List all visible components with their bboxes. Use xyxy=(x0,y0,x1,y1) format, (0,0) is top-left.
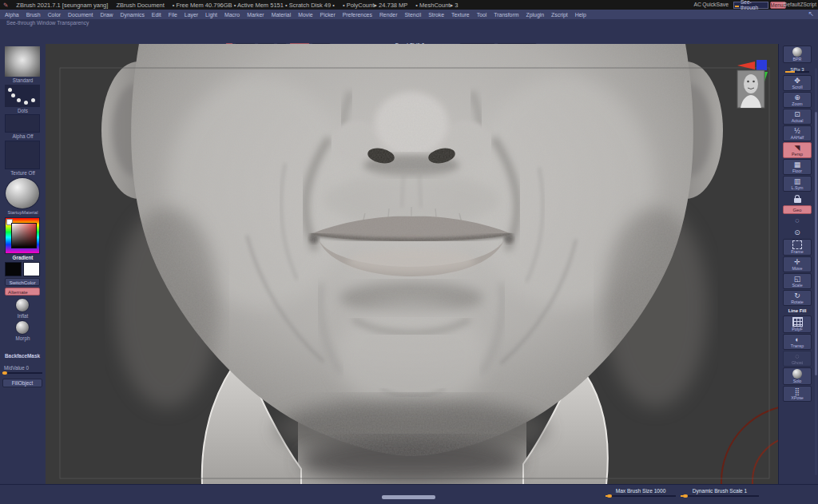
fill-object-button[interactable]: FillObject xyxy=(2,379,42,387)
menu-color[interactable]: Color xyxy=(48,12,61,18)
see-through-transparency-label: See-through Window Transparency xyxy=(6,20,89,26)
gizmo-z-square xyxy=(756,60,767,70)
rs-xpose-button[interactable]: XPose xyxy=(783,386,812,402)
menu-tool[interactable]: Tool xyxy=(477,12,487,18)
rs-aahalf-button[interactable]: AAHalf xyxy=(783,125,812,141)
canvas-h-scrollbar[interactable] xyxy=(382,495,435,499)
menu-file[interactable]: File xyxy=(169,12,177,18)
rs-actual-button[interactable]: Actual xyxy=(783,109,812,125)
current-stroke-thumbnail[interactable] xyxy=(5,85,40,107)
see-through-slider[interactable]: See-through xyxy=(733,2,768,9)
left-tray: Standard Dots Alpha Off Texture Off Star… xyxy=(0,44,46,485)
alternate-button[interactable]: Alternate xyxy=(5,288,40,296)
rs-floor-button[interactable]: Floor xyxy=(783,159,812,175)
menu-draw[interactable]: Draw xyxy=(101,12,113,18)
right-shelf: BPR SPix 3 Scroll xyxy=(778,44,818,485)
see-through-fill xyxy=(735,6,739,7)
menu-list: AlphaBrushColorDocumentDrawDynamicsEditF… xyxy=(0,12,591,18)
menu-zscript[interactable]: Zscript xyxy=(551,12,568,18)
morph-sphere[interactable] xyxy=(15,320,30,335)
texture-thumbnail[interactable] xyxy=(5,141,40,169)
menu-marker[interactable]: Marker xyxy=(247,12,264,18)
color-picker[interactable] xyxy=(5,217,40,254)
menu-material[interactable]: Material xyxy=(272,12,292,18)
app-title: ZBrush 2021.7.1 [seungnam yang] xyxy=(16,2,108,9)
brush-label: Standard xyxy=(0,77,46,83)
menu-help[interactable]: Help xyxy=(575,12,586,18)
menu-picker[interactable]: Picker xyxy=(320,12,336,18)
menu-stencil[interactable]: Stencil xyxy=(404,12,421,18)
menu-zplugin[interactable]: Zplugin xyxy=(526,12,544,18)
default-zscript-label: DefaultZScript xyxy=(784,2,816,7)
ac-button[interactable]: AC xyxy=(694,2,701,7)
polycount-stat: • PolyCount▸ 24.738 MP xyxy=(343,2,407,9)
rs-local-button[interactable] xyxy=(783,192,812,204)
alpha-thumbnail[interactable] xyxy=(5,114,40,133)
menu-layer[interactable]: Layer xyxy=(185,12,198,18)
texture-label: Texture Off xyxy=(0,170,46,176)
sculpt-viewport[interactable] xyxy=(46,44,779,485)
menu-preferences[interactable]: Preferences xyxy=(343,12,372,18)
persp-icon xyxy=(795,144,800,152)
dynamic-brush-scale-slider[interactable]: Dynamic Brush Scale 1 xyxy=(681,488,759,497)
rs-scale-button[interactable]: Scale xyxy=(783,273,812,289)
menu-movie[interactable]: Movie xyxy=(298,12,312,18)
hide-ui-arrow-icon[interactable]: ↖ xyxy=(808,10,814,18)
right-tray-scrollbar[interactable] xyxy=(815,68,817,475)
floor-icon xyxy=(794,161,801,169)
menu-edit[interactable]: Edit xyxy=(152,12,161,18)
scale-icon xyxy=(794,275,801,283)
rs-solo-button[interactable]: Solo xyxy=(783,367,812,385)
frame-icon xyxy=(792,240,802,249)
inflat-sphere[interactable] xyxy=(15,298,30,312)
half-icon xyxy=(794,127,800,135)
zbrush-logo-icon: ✎ xyxy=(3,2,8,9)
rs-scroll-button[interactable]: Scroll xyxy=(783,75,812,91)
current-brush-thumbnail[interactable] xyxy=(5,46,40,77)
menu-light[interactable]: Light xyxy=(205,12,217,18)
transp-icon xyxy=(795,335,799,343)
rs-move-button[interactable]: Move xyxy=(783,256,812,272)
backface-mask-button[interactable]: BackfaceMask xyxy=(2,351,42,360)
rs-zoom-button[interactable]: Zoom xyxy=(783,92,812,108)
menu-alpha[interactable]: Alpha xyxy=(5,12,19,18)
sculpt-render xyxy=(46,44,779,485)
rs-persp-button[interactable]: Persp xyxy=(783,142,812,158)
rs-geo-button[interactable]: Geo xyxy=(783,205,812,214)
menu-texture[interactable]: Texture xyxy=(451,12,470,18)
mid-value-slider[interactable]: MidValue 0 xyxy=(2,365,42,374)
actual-icon xyxy=(794,110,800,118)
rs-ghost-button[interactable]: Ghost xyxy=(783,351,812,367)
rs-bpr-button[interactable]: BPR xyxy=(783,46,812,63)
menu-render[interactable]: Render xyxy=(379,12,398,18)
rs-magnify-button[interactable] xyxy=(783,227,812,238)
material-thumbnail[interactable] xyxy=(5,177,40,209)
menu-brush[interactable]: Brush xyxy=(26,12,41,18)
menu-stroke[interactable]: Stroke xyxy=(428,12,444,18)
menu-transform[interactable]: Transform xyxy=(494,12,518,18)
menu-dynamics[interactable]: Dynamics xyxy=(121,12,145,18)
rs-transp-button[interactable]: Transp xyxy=(783,334,812,350)
lsym-icon xyxy=(794,177,801,185)
material-label: StartupMaterial xyxy=(0,210,46,215)
bottom-bar: Max Brush Size 1000 Dynamic Brush Scale … xyxy=(0,484,818,504)
rs-frame-button[interactable]: Frame xyxy=(783,239,812,256)
rs-rotate-button[interactable]: Rotate xyxy=(783,290,812,306)
menu-macro[interactable]: Macro xyxy=(224,12,240,18)
switch-color-button[interactable]: SwitchColor xyxy=(5,278,40,286)
rs-polyf-button[interactable]: PolyF xyxy=(783,315,812,333)
rs-lsym-button[interactable]: L.Sym xyxy=(783,176,812,192)
rs-spix-button[interactable]: SPix 3 xyxy=(783,64,812,74)
rs-ghost-toggle-button[interactable] xyxy=(783,215,812,226)
meshcount-stat: • MeshCount▸ 3 xyxy=(415,2,458,9)
gradient-label: Gradient xyxy=(0,255,46,260)
menu-document[interactable]: Document xyxy=(68,12,93,18)
rs-line-fill-button[interactable]: Line Fill xyxy=(783,307,812,315)
quicksave-button[interactable]: QuickSave xyxy=(702,2,729,7)
secondary-color-swatch[interactable] xyxy=(23,262,40,276)
max-brush-size-slider[interactable]: Max Brush Size 1000 xyxy=(606,488,676,497)
camera-head-thumbnail[interactable] xyxy=(737,70,764,108)
main-color-swatch[interactable] xyxy=(5,262,22,276)
magnify-icon xyxy=(794,228,800,236)
zoom-icon xyxy=(794,93,800,101)
